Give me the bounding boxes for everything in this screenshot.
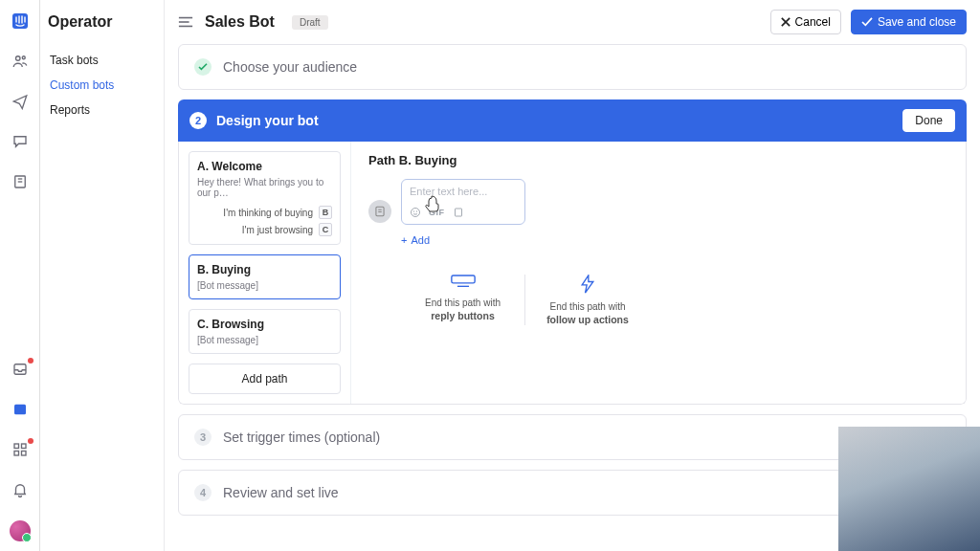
message-input[interactable]: Enter text here... xyxy=(410,186,517,203)
path-card-buying[interactable]: B. Buying [Bot message] xyxy=(189,254,341,299)
sidebar-item-task-bots[interactable]: Task bots xyxy=(46,48,154,73)
cancel-button[interactable]: Cancel xyxy=(770,10,841,34)
menu-icon[interactable] xyxy=(178,15,195,29)
chat-icon[interactable] xyxy=(11,132,30,151)
people-icon[interactable] xyxy=(11,52,30,71)
step-check-icon xyxy=(194,58,212,76)
attachment-icon[interactable] xyxy=(453,207,464,218)
step-num-2: 2 xyxy=(189,112,207,129)
svg-marker-30 xyxy=(582,276,593,293)
step-design-title: Design your bot xyxy=(216,113,319,128)
send-icon[interactable] xyxy=(11,92,30,111)
editor-title: Path B. Buying xyxy=(368,153,948,167)
svg-point-26 xyxy=(416,211,417,212)
add-path-button[interactable]: Add path xyxy=(189,364,341,394)
gif-button[interactable]: GIF xyxy=(429,208,445,217)
step-num-4: 4 xyxy=(194,484,212,501)
bell-icon[interactable] xyxy=(11,480,30,499)
book-icon[interactable] xyxy=(11,172,30,191)
page-title: Sales Bot xyxy=(205,13,275,31)
message-input-bubble[interactable]: Enter text here... GIF xyxy=(401,179,525,225)
main: Sales Bot Draft Cancel Save and close Ch… xyxy=(165,0,980,551)
reply-buttons-icon xyxy=(414,275,511,290)
operator-icon[interactable] xyxy=(11,400,30,419)
step-review-title: Review and set live xyxy=(223,485,339,500)
step-audience-title: Choose your audience xyxy=(223,59,357,75)
svg-point-5 xyxy=(15,56,20,61)
sidebar: Operator Task bots Custom bots Reports xyxy=(40,0,165,551)
status-badge: Draft xyxy=(292,15,328,30)
path-editor: Path B. Buying Enter text here... GIF xyxy=(351,142,966,404)
step-audience[interactable]: Choose your audience xyxy=(178,44,967,90)
plus-icon: + xyxy=(401,234,407,246)
svg-point-24 xyxy=(412,209,420,217)
lightning-icon xyxy=(539,275,636,294)
svg-rect-12 xyxy=(14,444,19,449)
step-design-header: 2 Design your bot Done xyxy=(178,99,967,142)
user-avatar[interactable] xyxy=(10,520,31,541)
svg-point-6 xyxy=(22,56,25,59)
path-card-browsing[interactable]: C. Browsing [Bot message] xyxy=(189,309,341,354)
save-label: Save and close xyxy=(878,15,956,29)
svg-rect-15 xyxy=(21,452,26,456)
sidebar-title: Operator xyxy=(48,13,154,31)
svg-rect-28 xyxy=(451,276,474,283)
step-design: 2 Design your bot Done A. Welcome Hey th… xyxy=(178,99,967,405)
icon-rail xyxy=(0,0,40,551)
inbox-icon[interactable] xyxy=(11,360,30,379)
svg-rect-11 xyxy=(14,405,26,415)
svg-point-25 xyxy=(413,211,414,212)
step-trigger-title: Set trigger times (optional) xyxy=(223,430,380,445)
svg-rect-13 xyxy=(21,444,26,449)
save-button[interactable]: Save and close xyxy=(851,10,967,34)
topbar: Sales Bot Draft Cancel Save and close xyxy=(165,0,980,44)
path-card-welcome[interactable]: A. Welcome Hey there! What brings you to… xyxy=(189,151,341,245)
sidebar-item-reports[interactable]: Reports xyxy=(46,98,154,122)
svg-rect-27 xyxy=(455,209,461,216)
step-num-3: 3 xyxy=(194,429,212,446)
emoji-icon[interactable] xyxy=(410,207,421,218)
svg-rect-21 xyxy=(376,207,384,215)
done-button[interactable]: Done xyxy=(902,109,955,132)
intercom-logo-icon[interactable] xyxy=(11,11,30,31)
apps-icon[interactable] xyxy=(11,440,30,459)
add-message-button[interactable]: + Add xyxy=(401,234,948,246)
video-pip xyxy=(838,427,980,551)
end-reply-buttons[interactable]: End this path with reply buttons xyxy=(401,275,525,325)
end-follow-up[interactable]: End this path with follow up actions xyxy=(525,275,650,325)
welcome-option-buying[interactable]: I'm thinking of buying B xyxy=(197,206,332,219)
svg-rect-10 xyxy=(14,364,26,375)
bot-avatar-icon xyxy=(368,200,391,223)
welcome-option-browsing[interactable]: I'm just browsing C xyxy=(197,223,332,236)
sidebar-item-custom-bots[interactable]: Custom bots xyxy=(46,73,154,98)
cancel-label: Cancel xyxy=(795,15,831,29)
svg-rect-14 xyxy=(14,452,19,456)
path-list: A. Welcome Hey there! What brings you to… xyxy=(179,142,351,404)
